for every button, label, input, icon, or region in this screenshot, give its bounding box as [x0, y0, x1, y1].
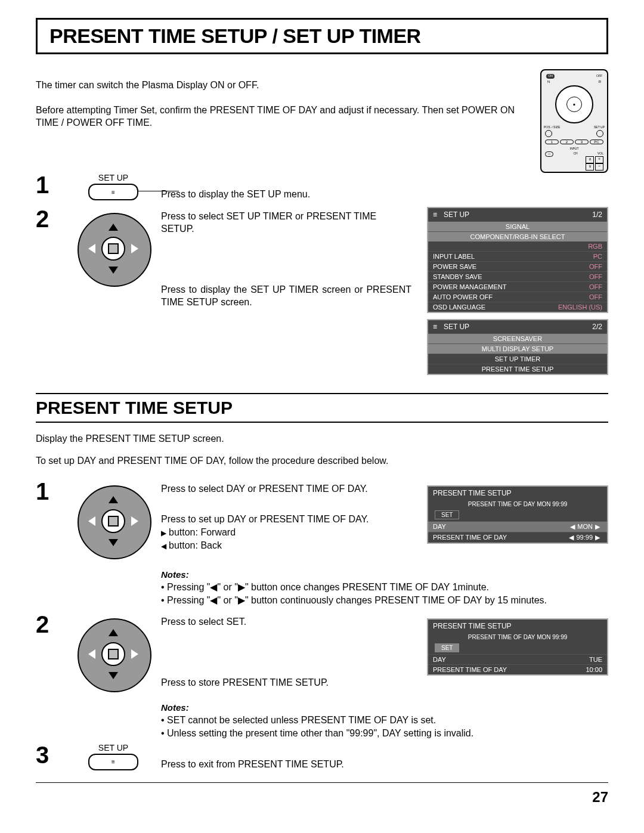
left-arrow-icon: ◀	[566, 534, 576, 541]
back-arrow-icon	[161, 540, 169, 550]
remote-n: N	[547, 80, 550, 83]
notes-label: Notes:	[161, 569, 608, 581]
osd3-ptod-val: 99:99	[576, 534, 593, 541]
remote-b2: 2	[560, 140, 574, 144]
menu-lines-icon: ≡	[112, 758, 115, 765]
left-arrow-icon: ◀	[568, 523, 577, 531]
step-b1-fwd: button: Forward	[169, 527, 236, 537]
remote-on-label: ON	[546, 74, 555, 79]
osd1-auto-power: AUTO POWER OFF	[433, 293, 493, 301]
step-b1-back: button: Back	[169, 540, 222, 550]
right-arrow-icon: ▶	[593, 523, 602, 531]
remote-vol-minus-icon: −	[595, 163, 603, 171]
step-b2-text1: Press to select SET.	[161, 615, 411, 628]
remote-ch: CH	[573, 151, 577, 157]
osd2-page: 2/2	[592, 323, 602, 331]
dpad-left-icon	[88, 649, 95, 659]
dpad-center-icon	[101, 642, 125, 666]
step-b3-text: Press to exit from PRESENT TIME SETUP.	[161, 758, 608, 771]
remote-vol-plus-icon: +	[595, 156, 603, 163]
osd1-ps-val: OFF	[589, 263, 602, 270]
step-b3-number: 3	[36, 743, 66, 767]
step-number-1: 1	[36, 173, 66, 197]
step-b1-text1: Press to select DAY or PRESENT TIME OF D…	[161, 482, 411, 496]
osd1-power-save: POWER SAVE	[433, 263, 476, 270]
osd1-sb-val: OFF	[589, 273, 602, 280]
osd1-lang-val: ENGLISH (US)	[558, 304, 602, 311]
osd2-timer: SET UP TIMER	[495, 355, 540, 363]
osd1-comp: COMPONENT/RGB-IN SELECT	[470, 233, 565, 240]
dpad-center-icon	[101, 237, 125, 261]
step-2-text-2: Press to display the SET UP TIMER screen…	[161, 283, 411, 309]
setup-button-label: SET UP	[66, 173, 161, 182]
step-b1-note1: Pressing "◀" or "▶" button once changes …	[167, 582, 489, 592]
step-2-text-1: Press to select SET UP TIMER or PRESENT …	[161, 210, 411, 236]
remote-center-icon: ■	[566, 97, 582, 112]
dpad-down-icon	[109, 267, 118, 274]
osd3-title: PRESENT TIME SETUP	[428, 487, 607, 500]
osd3-day: DAY	[433, 523, 446, 531]
setup-button-label-2: SET UP	[66, 743, 161, 753]
step-number-2: 2	[36, 207, 66, 231]
step-b2-note1: SET cannot be selected unless PRESENT TI…	[167, 715, 436, 725]
osd4-ptod: PRESENT TIME OF DAY	[433, 666, 507, 673]
setup-button-icon: ≡	[88, 754, 138, 770]
osd1-pm-val: OFF	[589, 283, 602, 290]
osd4-day-val: TUE	[589, 656, 602, 663]
remote-off-label: OFF	[596, 74, 602, 78]
remote-pc: PC	[590, 140, 603, 144]
dpad-icon	[72, 207, 155, 290]
intro-text-2: Before attempting Timer Set, confirm the…	[36, 104, 528, 129]
section-heading: PRESENT TIME SETUP	[36, 393, 608, 423]
osd-present-time-2: PRESENT TIME SETUP PRESENT TIME OF DAY M…	[427, 618, 608, 676]
remote-r: R	[599, 80, 601, 83]
dpad-left-icon	[88, 244, 95, 253]
dpad-right-icon	[131, 244, 138, 253]
section2-intro1: Display the PRESENT TIME SETUP screen.	[36, 432, 608, 445]
right-arrow-icon: ▶	[593, 534, 602, 541]
step-b1-text2: Press to set up DAY or PRESENT TIME OF D…	[161, 513, 411, 526]
forward-arrow-icon	[161, 527, 169, 537]
osd-present-time-1: PRESENT TIME SETUP PRESENT TIME OF DAY M…	[427, 485, 608, 544]
osd1-power-mgmt: POWER MANAGEMENT	[433, 283, 506, 290]
osd1-input-label: INPUT LABEL	[433, 253, 475, 260]
intro-text-1: The timer can switch the Plasma Display …	[36, 79, 528, 92]
remote-illustration: ON OFF N R ■ POS. / SIZE SET UP 1 2 3 PC…	[540, 69, 608, 173]
remote-btn-right	[596, 130, 603, 137]
osd1-standby: STANDBY SAVE	[433, 273, 482, 280]
osd2-screensaver: SCREENSAVER	[493, 335, 542, 342]
osd4-ptod-val: 10:00	[586, 666, 602, 673]
remote-ch-up-icon: ∧	[586, 156, 594, 163]
osd3-ptod: PRESENT TIME OF DAY	[433, 534, 507, 541]
remote-pos: POS. / SIZE	[544, 125, 560, 129]
notes-label-2: Notes:	[161, 702, 608, 714]
menu-icon: ≡	[433, 210, 441, 219]
setup-button-icon: ≡	[88, 184, 138, 200]
remote-b1: 1	[545, 140, 559, 144]
page-number: 27	[36, 782, 608, 806]
osd3-sub: PRESENT TIME OF DAY MON 99:99	[428, 500, 607, 509]
dpad-up-icon	[109, 629, 118, 636]
osd3-day-val: MON	[577, 523, 593, 530]
step-b1-note2: Pressing "◀" or "▶" button continuously …	[167, 595, 547, 605]
osd4-title: PRESENT TIME SETUP	[428, 620, 607, 633]
osd1-signal: SIGNAL	[506, 223, 530, 230]
osd1-ap-val: OFF	[589, 293, 602, 301]
manual-page: PRESENT TIME SETUP / SET UP TIMER The ti…	[0, 0, 644, 817]
step-b2-note2: Unless setting the present time other th…	[167, 728, 473, 738]
osd-setup-menu-2: ≡SET UP 2/2 SCREENSAVER MULTI DISPLAY SE…	[427, 319, 608, 375]
osd2-multi: MULTI DISPLAY SETUP	[482, 345, 553, 352]
remote-input-btn: ⬭	[545, 151, 553, 157]
dpad-center-icon	[101, 509, 125, 533]
osd4-set: SET	[435, 643, 459, 652]
osd1-title: SET UP	[444, 210, 469, 219]
osd2-title: SET UP	[444, 323, 469, 331]
remote-ch-down-icon: ∨	[586, 163, 594, 171]
osd-setup-menu-1: ≡SET UP 1/2 SIGNAL COMPONENT/RGB-IN SELE…	[427, 207, 608, 313]
page-title-box: PRESENT TIME SETUP / SET UP TIMER	[36, 18, 608, 54]
osd1-page: 1/2	[592, 210, 602, 219]
osd4-day: DAY	[433, 656, 446, 663]
menu-icon: ≡	[433, 323, 441, 331]
remote-btn-left	[545, 130, 552, 137]
step-b2-number: 2	[36, 612, 66, 636]
